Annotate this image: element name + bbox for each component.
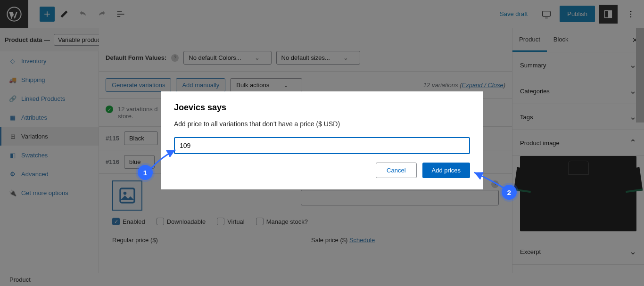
- modal-text: Add price to all variations that don't h…: [174, 120, 470, 128]
- modal-title: Joevics says: [174, 103, 470, 113]
- cancel-button[interactable]: Cancel: [376, 163, 416, 178]
- annotation-badge-2: 2: [502, 185, 517, 200]
- price-prompt-dialog: Joevics says Add price to all variations…: [161, 91, 483, 189]
- add-prices-button[interactable]: Add prices: [422, 163, 470, 178]
- annotation-badge-1: 1: [138, 165, 153, 180]
- price-input[interactable]: [174, 137, 470, 154]
